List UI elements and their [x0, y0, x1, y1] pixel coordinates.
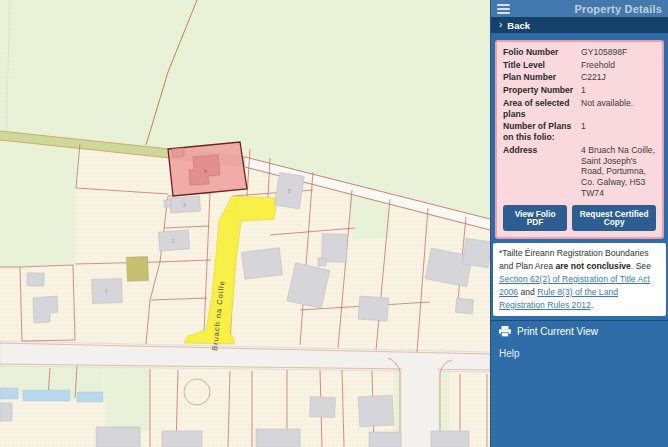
- property-details-app: 4 3 2 1 5 Bruach na Coille Property Deta…: [0, 0, 668, 447]
- folio-info-box: Folio NumberGY105898F Title LevelFreehol…: [495, 40, 664, 239]
- info-value: GY105898F: [579, 47, 656, 58]
- disclaimer-suffix: .: [591, 300, 593, 310]
- folio-actions: View Folio PDF Request Certified Copy: [503, 205, 656, 232]
- help-button[interactable]: Help: [491, 342, 668, 365]
- chevron-right-icon: ›: [499, 20, 502, 30]
- info-label: Property Number: [503, 85, 579, 96]
- selected-parcel-number: 4: [204, 168, 207, 174]
- info-value: 1: [579, 121, 656, 142]
- info-label: Title Level: [503, 60, 579, 71]
- info-row: Title LevelFreehold: [503, 60, 656, 71]
- info-label: Plan Number: [503, 72, 579, 83]
- boundaries-disclaimer: *Tailte Éireann Registration Boundaries …: [493, 243, 666, 315]
- info-label: Number of Plans on this folio:: [503, 121, 579, 142]
- menu-icon[interactable]: [497, 4, 510, 14]
- print-label: Print Current View: [517, 326, 598, 337]
- info-row: Property Number1: [503, 85, 656, 96]
- olive-building: [127, 257, 149, 282]
- info-value: Not available.: [579, 98, 656, 119]
- selected-parcel-annex: [172, 148, 184, 157]
- info-value: 4 Bruach Na Coille, Saint Joseph's Road,…: [579, 145, 656, 199]
- info-label: Folio Number: [503, 47, 579, 58]
- back-label: Back: [507, 20, 530, 31]
- info-row: Folio NumberGY105898F: [503, 47, 656, 58]
- info-row: Number of Plans on this folio:1: [503, 121, 656, 142]
- land-registry-map: 4 3 2 1 5 Bruach na Coille: [0, 0, 490, 447]
- info-value: C221J: [579, 72, 656, 83]
- field-west: [0, 136, 80, 267]
- panel-title: Property Details: [510, 3, 662, 15]
- info-row: Area of selected plansNot available.: [503, 98, 656, 119]
- back-button[interactable]: › Back: [491, 17, 668, 33]
- disclaimer-joiner: and: [518, 287, 537, 297]
- selected-parcel[interactable]: 4: [168, 142, 247, 196]
- info-row: Address4 Bruach Na Coille, Saint Joseph'…: [503, 145, 656, 199]
- info-label: Address: [503, 145, 579, 199]
- print-current-view-button[interactable]: Print Current View: [491, 320, 668, 342]
- info-label: Area of selected plans: [503, 98, 579, 119]
- disclaimer-bold: are not conclusive: [555, 261, 630, 271]
- info-row: Plan NumberC221J: [503, 72, 656, 83]
- panel-header: Property Details: [491, 0, 668, 17]
- map-viewport[interactable]: 4 3 2 1 5 Bruach na Coille: [0, 0, 490, 447]
- property-details-panel: Property Details › Back Folio NumberGY10…: [490, 0, 668, 447]
- printer-icon: [499, 326, 511, 337]
- field-south-column: [103, 367, 150, 431]
- request-certified-copy-button[interactable]: Request Certified Copy: [572, 205, 656, 232]
- disclaimer-mid: . See: [631, 261, 651, 271]
- info-value: Freehold: [579, 60, 656, 71]
- view-folio-pdf-button[interactable]: View Folio PDF: [503, 205, 567, 232]
- info-value: 1: [579, 85, 656, 96]
